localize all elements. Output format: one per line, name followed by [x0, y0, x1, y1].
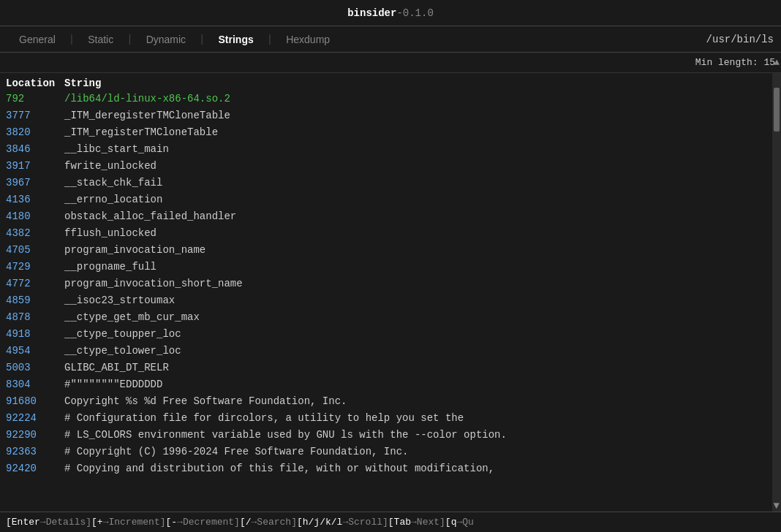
row-location: 92420 — [6, 461, 64, 476]
tab-strings[interactable]: Strings — [207, 29, 265, 50]
row-location: 92363 — [6, 444, 64, 460]
row-location: 4705 — [6, 243, 64, 258]
row-string: __errno_location — [64, 192, 766, 208]
row-location: 792 — [6, 91, 64, 107]
list-item[interactable]: 3846__libc_start_main — [0, 141, 772, 158]
tab-general[interactable]: General — [7, 29, 67, 50]
row-location: 3846 — [6, 142, 64, 157]
file-path: /usr/bin/ls — [706, 34, 774, 45]
row-location: 92290 — [6, 428, 64, 443]
row-string: __progname_full — [64, 259, 766, 275]
row-location: 3777 — [6, 108, 64, 123]
list-item[interactable]: 4954__ctype_tolower_loc — [0, 343, 772, 360]
row-string: GLIBC_ABI_DT_RELR — [64, 360, 766, 376]
header-location: Location — [6, 77, 64, 89]
row-string: fflush_unlocked — [64, 226, 766, 241]
row-string: __ctype_toupper_loc — [64, 327, 766, 342]
list-item[interactable]: 4918__ctype_toupper_loc — [0, 326, 772, 343]
rows-container: 792/lib64/ld-linux-x86-64.so.23777_ITM_d… — [0, 91, 772, 477]
scrollbar-thumb[interactable] — [774, 88, 780, 132]
tab-static[interactable]: Static — [76, 29, 125, 50]
scroll-up-icon[interactable]: ▲ — [774, 57, 780, 68]
row-string: #""""""""EDDDDDD — [64, 377, 766, 392]
app-title: binsider-0.1.0 — [347, 7, 434, 19]
row-string: _ITM_deregisterTMCloneTable — [64, 108, 766, 123]
row-location: 4878 — [6, 310, 64, 325]
row-string: # Copying and distribution of this file,… — [64, 461, 766, 476]
scroll-down-icon[interactable]: ▼ — [774, 500, 780, 512]
row-string: # Configuration file for dircolors, a ut… — [64, 411, 766, 426]
row-location: 4729 — [6, 259, 64, 275]
min-length-bar: Min length: 15 ▲ — [0, 53, 781, 73]
row-string: # LS_COLORS environment variable used by… — [64, 428, 766, 443]
row-string: __ctype_tolower_loc — [64, 343, 766, 359]
tab-bar: General | Static | Dynamic | Strings | H… — [0, 26, 781, 53]
list-item[interactable]: 4382fflush_unlocked — [0, 225, 772, 242]
row-string: program_invocation_short_name — [64, 276, 766, 292]
row-location: 4136 — [6, 192, 64, 208]
list-item[interactable]: 4180obstack_alloc_failed_handler — [0, 208, 772, 225]
status-search: [/→Search] — [240, 517, 297, 528]
row-string: __stack_chk_fail — [64, 175, 766, 191]
list-item[interactable]: 3777_ITM_deregisterTMCloneTable — [0, 107, 772, 124]
app-version: -0.1.0 — [396, 7, 433, 19]
status-quit: [q→Qu — [445, 517, 474, 528]
string-list: Location String 792/lib64/ld-linux-x86-6… — [0, 73, 772, 512]
row-location: 5003 — [6, 360, 64, 376]
status-decrement: [-→Decrement] — [165, 517, 239, 528]
status-scroll: [h/j/k/l→Scroll] — [297, 517, 388, 528]
list-item[interactable]: 91680Copyright %s %d Free Software Found… — [0, 393, 772, 410]
row-location: 4918 — [6, 327, 64, 342]
status-enter: [Enter→Details] — [6, 517, 91, 528]
list-item[interactable]: 4729__progname_full — [0, 259, 772, 276]
row-string: _ITM_registerTMCloneTable — [64, 125, 766, 140]
row-location: 4382 — [6, 226, 64, 241]
tab-sep-2: | — [127, 34, 132, 45]
row-string: __ctype_get_mb_cur_max — [64, 310, 766, 325]
row-location: 4180 — [6, 209, 64, 224]
row-string: __isoc23_strtoumax — [64, 293, 766, 308]
row-location: 3917 — [6, 159, 64, 174]
status-bar: [Enter→Details] [+→Increment] [-→Decreme… — [0, 512, 781, 532]
tab-dynamic[interactable]: Dynamic — [135, 29, 197, 50]
row-string: obstack_alloc_failed_handler — [64, 209, 766, 224]
list-item[interactable]: 92363# Copyright (C) 1996-2024 Free Soft… — [0, 444, 772, 460]
list-item[interactable]: 792/lib64/ld-linux-x86-64.so.2 — [0, 91, 772, 107]
list-item[interactable]: 8304#""""""""EDDDDDD — [0, 376, 772, 393]
row-string: /lib64/ld-linux-x86-64.so.2 — [64, 91, 766, 107]
row-string: # Copyright (C) 1996-2024 Free Software … — [64, 444, 766, 460]
list-item[interactable]: 3820_ITM_registerTMCloneTable — [0, 124, 772, 141]
status-tab: [Tab→Next] — [388, 517, 445, 528]
tab-hexdump[interactable]: Hexdump — [274, 29, 342, 50]
scrollbar[interactable]: ▼ — [772, 73, 781, 512]
min-length-label: Min length: 15 — [695, 57, 775, 68]
list-item[interactable]: 4705program_invocation_name — [0, 242, 772, 259]
row-string: __libc_start_main — [64, 142, 766, 157]
row-string: fwrite_unlocked — [64, 159, 766, 174]
list-item[interactable]: 4859__isoc23_strtoumax — [0, 292, 772, 309]
list-item[interactable]: 3917fwrite_unlocked — [0, 158, 772, 175]
list-item[interactable]: 4136__errno_location — [0, 191, 772, 208]
list-item[interactable]: 4878__ctype_get_mb_cur_max — [0, 309, 772, 326]
list-item[interactable]: 4772program_invocation_short_name — [0, 276, 772, 292]
list-header: Location String — [0, 76, 772, 91]
tab-sep-1: | — [69, 34, 75, 45]
list-item[interactable]: 92290# LS_COLORS environment variable us… — [0, 427, 772, 444]
row-location: 8304 — [6, 377, 64, 392]
row-string: Copyright %s %d Free Software Foundation… — [64, 394, 766, 409]
title-bar: binsider-0.1.0 — [0, 0, 781, 26]
app-name: binsider — [347, 7, 396, 19]
row-location: 4859 — [6, 293, 64, 308]
main-content: Location String 792/lib64/ld-linux-x86-6… — [0, 73, 781, 512]
list-item[interactable]: 3967__stack_chk_fail — [0, 175, 772, 191]
list-item[interactable]: 5003GLIBC_ABI_DT_RELR — [0, 360, 772, 376]
header-string: String — [64, 77, 766, 89]
tab-sep-3: | — [199, 34, 205, 45]
row-location: 3820 — [6, 125, 64, 140]
status-increment: [+→Increment] — [91, 517, 165, 528]
tab-sep-4: | — [267, 34, 273, 45]
list-item[interactable]: 92224# Configuration file for dircolors,… — [0, 410, 772, 427]
row-string: program_invocation_name — [64, 243, 766, 258]
row-location: 3967 — [6, 175, 64, 191]
list-item[interactable]: 92420# Copying and distribution of this … — [0, 460, 772, 477]
